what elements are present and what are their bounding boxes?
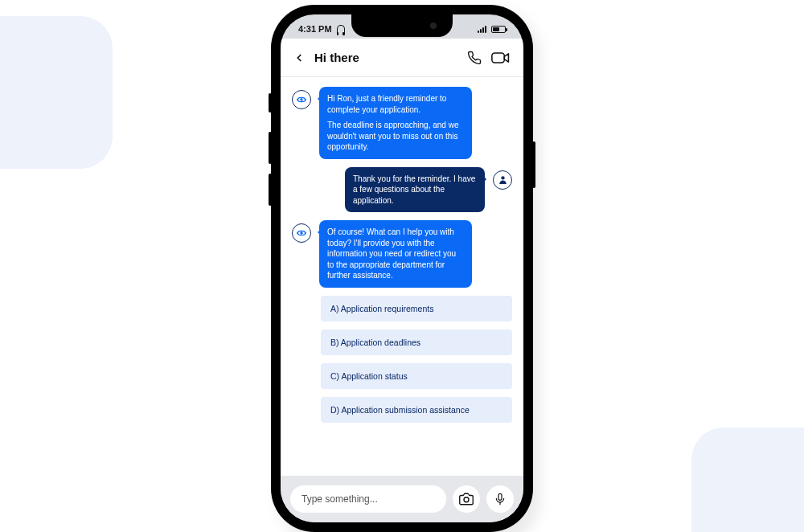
svg-rect-0	[492, 53, 504, 63]
option-button-a[interactable]: A) Application requirements	[321, 296, 512, 321]
svg-point-5	[501, 176, 504, 179]
option-button-b[interactable]: B) Application deadlines	[321, 329, 512, 355]
battery-icon	[491, 26, 506, 33]
call-button[interactable]	[467, 51, 482, 65]
phone-button-volume-down	[269, 174, 272, 206]
bot-icon	[295, 93, 308, 106]
phone-button-power	[532, 141, 535, 188]
background-shape-left	[0, 16, 113, 169]
back-button[interactable]	[293, 52, 305, 63]
svg-rect-11	[498, 493, 502, 500]
phone-button-mute	[269, 93, 272, 113]
status-time: 4:31 PM	[298, 24, 332, 34]
message-row-bot: Hi Ron, just a friendly reminder to comp…	[292, 87, 512, 159]
bot-avatar	[292, 223, 311, 243]
message-text: Thank you for the reminder. I have a few…	[353, 174, 477, 207]
chat-header: Hi there	[281, 39, 523, 77]
bot-message-bubble: Of course! What can I help you with toda…	[319, 220, 472, 288]
phone-notch	[351, 14, 453, 37]
chat-title: Hi there	[314, 51, 457, 64]
signal-icon	[478, 26, 486, 33]
phone-screen: 4:31 PM Hi there	[281, 14, 523, 522]
user-message-bubble: Thank you for the reminder. I have a few…	[345, 167, 485, 213]
message-text: Hi Ron, just a friendly reminder to comp…	[327, 93, 464, 115]
bot-avatar	[292, 90, 311, 109]
message-input-bar	[281, 476, 523, 522]
video-icon	[491, 51, 511, 65]
message-text: Of course! What can I help you with toda…	[327, 227, 464, 281]
quick-reply-options: A) Application requirements B) Applicati…	[321, 296, 512, 423]
camera-icon	[459, 492, 474, 506]
chat-message-area: Hi Ron, just a friendly reminder to comp…	[281, 77, 523, 476]
phone-frame: 4:31 PM Hi there	[271, 5, 533, 532]
svg-point-10	[464, 497, 469, 502]
microphone-button[interactable]	[486, 485, 514, 513]
message-row-user: Thank you for the reminder. I have a few…	[292, 167, 512, 213]
video-call-button[interactable]	[491, 51, 511, 65]
svg-point-2	[301, 99, 302, 100]
option-button-d[interactable]: D) Application submission assistance	[321, 397, 512, 423]
phone-button-volume-up	[269, 132, 272, 164]
message-text: The deadline is approaching, and we woul…	[327, 120, 464, 153]
microphone-icon	[494, 493, 507, 505]
svg-point-7	[301, 232, 302, 234]
user-avatar	[493, 170, 512, 190]
camera-button[interactable]	[453, 485, 480, 513]
background-shape-right	[691, 428, 804, 532]
message-input[interactable]	[290, 485, 446, 513]
person-icon	[498, 174, 508, 185]
bot-message-bubble: Hi Ron, just a friendly reminder to comp…	[319, 87, 472, 159]
message-row-bot: Of course! What can I help you with toda…	[292, 220, 512, 288]
option-button-c[interactable]: C) Application status	[321, 363, 512, 389]
bot-icon	[295, 227, 308, 239]
phone-icon	[467, 51, 482, 65]
headphones-icon	[337, 25, 345, 33]
chevron-left-icon	[293, 52, 305, 63]
